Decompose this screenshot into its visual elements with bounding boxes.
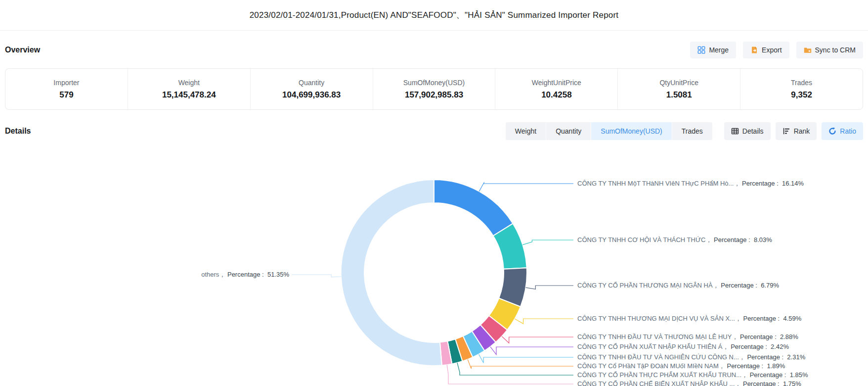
sync-to-crm-button[interactable]: Sync to CRM [796, 42, 863, 58]
pie-label-line [515, 319, 573, 324]
stat-label: Quantity [299, 79, 324, 87]
pie-label: CÔNG TY TNHH ĐẦU TƯ VÀ NGHIÊN CỨU CÔNG N… [577, 353, 805, 362]
overview-stats-card: Importer579Weight15,145,478.24Quantity10… [5, 68, 863, 110]
pie-label-separator: ， [735, 315, 743, 322]
button-label: Export [762, 46, 781, 54]
button-label: Details [742, 127, 764, 135]
stat-sumofmoney-usd-: SumOfMoney(USD)157,902,985.83 [373, 69, 495, 109]
stat-value: 579 [59, 90, 73, 100]
rank-icon [782, 127, 790, 135]
overview-actions: Merge Export Sync to CRM [690, 42, 863, 58]
stat-value: 157,902,985.83 [405, 90, 463, 100]
sync-icon [804, 46, 812, 54]
merge-button[interactable]: Merge [690, 42, 736, 58]
pie-label-line [292, 275, 341, 277]
ratio-icon [828, 127, 836, 135]
details-view-button[interactable]: Details [724, 122, 771, 140]
details-icon [731, 127, 739, 135]
stat-weightunitprice: WeightUnitPrice10.4258 [495, 69, 617, 109]
pie-slice-0[interactable] [434, 180, 513, 236]
tab-weight[interactable]: Weight [506, 122, 546, 140]
pie-label-separator: ， [741, 371, 750, 379]
pie-label-percentage: Percentage : 1.85% [750, 371, 808, 379]
stat-value: 104,699,936.83 [282, 90, 341, 100]
pie-label-line [522, 240, 573, 245]
merge-icon [697, 46, 705, 54]
pie-label-separator: ， [719, 362, 727, 370]
stat-value: 9,352 [791, 90, 812, 100]
pie-label-line [457, 363, 573, 375]
report-title-bar: 2023/02/01-2024/01/31,Product(EN) AND"SE… [0, 0, 868, 31]
pie-label: CÔNG TY CỔ PHẦN XUẤT NHẬP KHẨU THIÊN Á， … [577, 342, 789, 351]
details-section-header: Details WeightQuantitySumOfMoney(USD)Tra… [0, 110, 868, 141]
pie-label-percentage: Percentage : 51.35% [227, 271, 289, 278]
pie-label-company: CÔNG TY TNHH THƯƠNG MẠI DỊCH VỤ VÀ SẢN X… [577, 315, 735, 322]
export-icon [750, 46, 758, 54]
pie-label-percentage: Percentage : 2.88% [740, 333, 798, 340]
pie-label-line [479, 354, 574, 363]
stat-importer: Importer579 [5, 69, 128, 109]
stat-label: WeightUnitPrice [532, 79, 581, 87]
pie-label: CÔNG TY CỔ PHẦN THỰC PHẨM XUẤT KHẨU TRUN… [577, 371, 808, 380]
pie-label-company: CÔNG TY CỔ PHẦN THƯƠNG MẠI NGÂN HÀ [577, 282, 713, 289]
pie-label: CÔNG TY Cổ PHầN TậP ĐOàN MUốI MIềN NAM， … [577, 362, 785, 371]
pie-label-percentage: Percentage : 1.75% [743, 380, 801, 386]
pie-label-company: others [201, 271, 219, 278]
stat-label: Importer [53, 79, 79, 87]
button-label: Sync to CRM [815, 46, 856, 54]
stat-quantity: Quantity104,699,936.83 [250, 69, 373, 109]
pie-label: CÔNG TY TNHH MộT THàNH VIêN THựC PHẩM Hò… [577, 179, 804, 188]
pie-label-percentage: Percentage : 1.89% [727, 362, 785, 370]
pie-slice-others[interactable] [341, 180, 442, 366]
button-label: Rank [794, 127, 810, 135]
pie-label-separator: ， [734, 180, 742, 187]
pie-label-percentage: Percentage : 2.42% [731, 343, 789, 350]
pie-label: others， Percentage : 51.35% [201, 270, 289, 279]
pie-label-line [479, 183, 573, 192]
importer-ratio-pie-chart: CÔNG TY TNHH MộT THàNH VIêN THựC PHẩM Hò… [0, 142, 868, 386]
stat-value: 15,145,478.24 [162, 90, 216, 100]
export-button[interactable]: Export [743, 42, 789, 58]
pie-label-percentage: Percentage : 2.31% [747, 353, 805, 361]
stat-label: QtyUnitPrice [659, 79, 698, 87]
pie-label-separator: ， [705, 236, 714, 243]
tab-sumofmoney-usd-[interactable]: SumOfMoney(USD) [591, 122, 671, 140]
stat-value: 10.4258 [541, 90, 571, 100]
view-buttons: Details Rank Ratio [724, 122, 863, 140]
pie-label-percentage: Percentage : 6.79% [721, 282, 779, 289]
pie-label-line [447, 365, 573, 384]
stat-trades: Trades9,352 [740, 69, 863, 109]
pie-label-separator: ， [732, 333, 740, 340]
pie-label-company: CÔNG TY TNHH ĐẦU TƯ VÀ NGHIÊN CỨU CÔNG N… [577, 353, 739, 361]
pie-label-separator: ， [739, 353, 747, 361]
pie-label-company: CÔNG TY TNHH ĐẦU TƯ VÀ THƯƠNG MẠI LÊ HUY [577, 333, 732, 340]
tab-trades[interactable]: Trades [672, 122, 712, 140]
stat-label: SumOfMoney(USD) [403, 79, 465, 87]
stat-label: Trades [791, 79, 812, 87]
pie-label-percentage: Percentage : 16.14% [742, 180, 804, 187]
pie-label: CÔNG TY TNHH CƠ HỘI VÀ THÁCH THỨC， Perce… [577, 236, 772, 244]
rank-view-button[interactable]: Rank [776, 122, 817, 140]
details-controls: WeightQuantitySumOfMoney(USD)Trades Deta… [506, 122, 863, 140]
pie-label: CÔNG TY CỔ PHẦN THƯƠNG MẠI NGÂN HÀ， Perc… [577, 281, 779, 290]
pie-label-separator: ， [735, 380, 743, 386]
stat-label: Weight [178, 79, 200, 87]
stat-weight: Weight15,145,478.24 [128, 69, 250, 109]
pie-label: CÔNG TY CỔ PHẦN CHẾ BIẾN XUẤT NHẬP KHẨU … [577, 380, 801, 386]
pie-label-separator: ， [723, 343, 731, 350]
pie-label-company: CÔNG TY CỔ PHẦN THỰC PHẨM XUẤT KHẨU TRUN… [577, 371, 741, 379]
button-label: Ratio [840, 127, 856, 135]
stat-value: 1.5081 [666, 90, 692, 100]
button-label: Merge [709, 46, 729, 54]
overview-section-header: Overview Merge Export Sync to CRM [0, 31, 868, 59]
tab-quantity[interactable]: Quantity [546, 122, 591, 140]
ratio-view-button[interactable]: Ratio [822, 122, 863, 140]
pie-label-separator: ， [713, 282, 721, 289]
metric-tabs: WeightQuantitySumOfMoney(USD)Trades [506, 122, 712, 140]
pie-label-separator: ， [219, 271, 227, 278]
pie-label-company: CÔNG TY CỔ PHẦN XUẤT NHẬP KHẨU THIÊN Á [577, 343, 723, 350]
stat-qtyunitprice: QtyUnitPrice1.5081 [617, 69, 740, 109]
pie-label-percentage: Percentage : 8.03% [714, 236, 772, 243]
pie-label-company: CÔNG TY TNHH MộT THàNH VIêN THựC PHẩM Hò… [577, 180, 734, 187]
pie-label-company: CÔNG TY CỔ PHẦN CHẾ BIẾN XUẤT NHẬP KHẨU … [577, 380, 735, 386]
